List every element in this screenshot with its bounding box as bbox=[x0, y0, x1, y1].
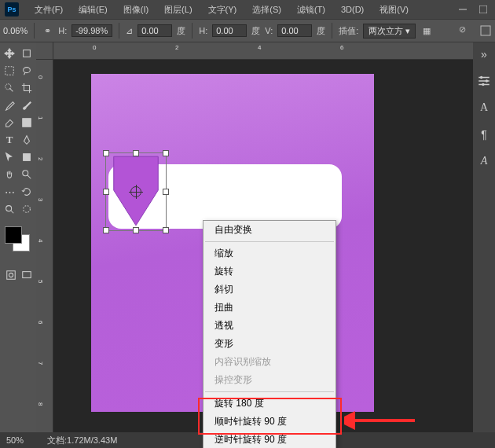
svg-rect-2 bbox=[481, 26, 490, 35]
window-controls bbox=[459, 6, 495, 13]
transform-handle-br[interactable] bbox=[163, 227, 169, 233]
menubar: Ps 文件(F) 编辑(E) 图像(I) 图层(L) 文字(Y) 选择(S) 滤… bbox=[0, 0, 495, 19]
transform-handle-tr[interactable] bbox=[163, 150, 169, 156]
angle-input[interactable] bbox=[138, 24, 172, 37]
svg-point-18 bbox=[482, 83, 484, 86]
menu-file[interactable]: 文件(F) bbox=[27, 1, 71, 19]
angle-label: ⊿ bbox=[126, 26, 133, 36]
deg-label-2: 度 bbox=[251, 25, 260, 37]
ps-logo-icon: Ps bbox=[5, 2, 19, 17]
clone-stamp-tool-icon[interactable] bbox=[19, 201, 35, 217]
warp-icon[interactable]: ▦ bbox=[420, 24, 433, 37]
search-tool-icon[interactable] bbox=[2, 201, 17, 217]
annotation-arrow-icon bbox=[344, 410, 423, 431]
gradient-tool-icon[interactable] bbox=[19, 115, 35, 130]
screen-mode-icon[interactable] bbox=[20, 269, 33, 281]
menu-view[interactable]: 视图(V) bbox=[372, 1, 416, 19]
menu-select[interactable]: 选择(S) bbox=[244, 1, 289, 19]
marquee-tool-icon[interactable] bbox=[2, 63, 17, 79]
type-tool-icon[interactable]: T bbox=[2, 132, 17, 148]
ctx-free-transform[interactable]: 自由变换 bbox=[204, 221, 336, 239]
transform-handle-tm[interactable] bbox=[133, 150, 139, 156]
interpolation-label: 插值: bbox=[339, 25, 358, 37]
commit-icon[interactable] bbox=[479, 24, 492, 37]
transform-context-menu: 自由变换 缩放 旋转 斜切 扭曲 透视 变形 内容识别缩放 操控变形 旋转 18… bbox=[203, 220, 336, 448]
svg-rect-4 bbox=[6, 67, 14, 75]
eraser-tool-icon[interactable] bbox=[2, 115, 17, 130]
options-bar: 0.06% ⚭ H: ⊿ 度 H: 度 V: 度 插值: 两次立方 ▾ ▦ bbox=[0, 19, 495, 42]
menu-edit[interactable]: 编辑(E) bbox=[71, 1, 116, 19]
minimize-icon[interactable] bbox=[459, 6, 467, 13]
ctx-rotate[interactable]: 旋转 bbox=[204, 263, 336, 281]
crop-tool-icon[interactable] bbox=[19, 80, 35, 96]
ctx-scale[interactable]: 缩放 bbox=[204, 244, 336, 263]
ctx-warp[interactable]: 变形 bbox=[204, 335, 336, 353]
eyedropper-tool-icon[interactable] bbox=[2, 97, 17, 113]
transform-pivot-icon[interactable] bbox=[130, 186, 141, 197]
skew-v-input[interactable] bbox=[277, 24, 312, 37]
ctx-rotate-180[interactable]: 旋转 180 度 bbox=[204, 395, 336, 413]
character-panel-icon[interactable]: A bbox=[477, 101, 491, 115]
interpolation-select[interactable]: 两次立方 ▾ bbox=[363, 24, 416, 39]
paragraph-panel-icon[interactable]: ¶ bbox=[477, 127, 491, 141]
svg-point-5 bbox=[24, 68, 31, 73]
optbar-right-icons: ⊘ bbox=[459, 24, 492, 37]
svg-point-10 bbox=[6, 206, 12, 211]
menu-type[interactable]: 文字(Y) bbox=[200, 1, 245, 19]
hand-tool-icon[interactable] bbox=[2, 167, 17, 182]
adjustments-icon[interactable] bbox=[477, 74, 491, 88]
ctx-perspective[interactable]: 透视 bbox=[204, 317, 336, 335]
svg-point-11 bbox=[24, 206, 31, 213]
skew-v-label: V: bbox=[265, 26, 273, 35]
edit-toolbar-icon[interactable]: ⋯ bbox=[2, 184, 17, 200]
lasso-tool-icon[interactable] bbox=[19, 63, 35, 79]
menu-layer[interactable]: 图层(L) bbox=[156, 1, 200, 19]
svg-rect-12 bbox=[7, 271, 16, 280]
transform-bounding-box[interactable] bbox=[105, 152, 167, 231]
deg-label-1: 度 bbox=[177, 25, 185, 37]
toolbox: T ⋯ bbox=[0, 42, 36, 432]
artboard-tool-icon[interactable] bbox=[19, 46, 35, 61]
skew-h-input[interactable] bbox=[212, 24, 247, 37]
transform-handle-tl[interactable] bbox=[103, 150, 109, 156]
color-swatches[interactable] bbox=[2, 226, 35, 253]
ctx-puppet-warp: 操控变形 bbox=[204, 371, 336, 389]
quick-mask-icon[interactable] bbox=[5, 269, 17, 281]
pen-tool-icon[interactable] bbox=[19, 132, 35, 148]
transform-handle-bm[interactable] bbox=[133, 227, 139, 233]
svg-rect-3 bbox=[24, 50, 31, 57]
glyph-panel-icon[interactable]: A bbox=[477, 154, 491, 168]
h-scale-input[interactable] bbox=[72, 24, 112, 37]
quick-select-tool-icon[interactable] bbox=[2, 80, 17, 96]
path-select-tool-icon[interactable] bbox=[2, 149, 17, 165]
menu-3d[interactable]: 3D(D) bbox=[333, 2, 372, 17]
transform-handle-ml[interactable] bbox=[103, 189, 109, 195]
brush-tool-icon[interactable] bbox=[19, 97, 35, 113]
menu-image[interactable]: 图像(I) bbox=[116, 1, 156, 19]
deg-label-3: 度 bbox=[317, 25, 325, 37]
move-tool-icon[interactable] bbox=[2, 46, 17, 61]
link-icon[interactable]: ⚭ bbox=[41, 24, 53, 37]
svg-point-17 bbox=[486, 79, 488, 82]
ctx-rotate-cw-90[interactable]: 顺时针旋转 90 度 bbox=[204, 413, 336, 431]
ctx-separator bbox=[205, 241, 334, 242]
ctx-separator bbox=[205, 391, 334, 392]
skew-h-label: H: bbox=[199, 26, 207, 35]
zoom-tool-icon[interactable] bbox=[19, 167, 35, 182]
ctx-skew[interactable]: 斜切 bbox=[204, 281, 336, 299]
transform-handle-bl[interactable] bbox=[103, 227, 109, 233]
ctx-rotate-ccw-90[interactable]: 逆时针旋转 90 度 bbox=[204, 431, 336, 448]
ctx-distort[interactable]: 扭曲 bbox=[204, 299, 336, 317]
shape-tool-icon[interactable] bbox=[19, 149, 35, 165]
foreground-color-swatch[interactable] bbox=[5, 226, 22, 244]
maximize-icon[interactable] bbox=[479, 6, 487, 13]
cancel-icon[interactable]: ⊘ bbox=[459, 24, 471, 37]
status-doc-info[interactable]: 文档:1.72M/3.43M bbox=[47, 435, 117, 446]
transform-handle-mr[interactable] bbox=[163, 189, 169, 195]
expand-panel-icon[interactable]: » bbox=[477, 47, 491, 61]
ctx-content-aware-scale: 内容识别缩放 bbox=[204, 353, 336, 371]
menu-filter[interactable]: 滤镜(T) bbox=[289, 1, 333, 19]
history-brush-tool-icon[interactable] bbox=[19, 184, 35, 200]
status-zoom[interactable]: 50% bbox=[6, 435, 24, 445]
ruler-corner bbox=[36, 42, 53, 60]
